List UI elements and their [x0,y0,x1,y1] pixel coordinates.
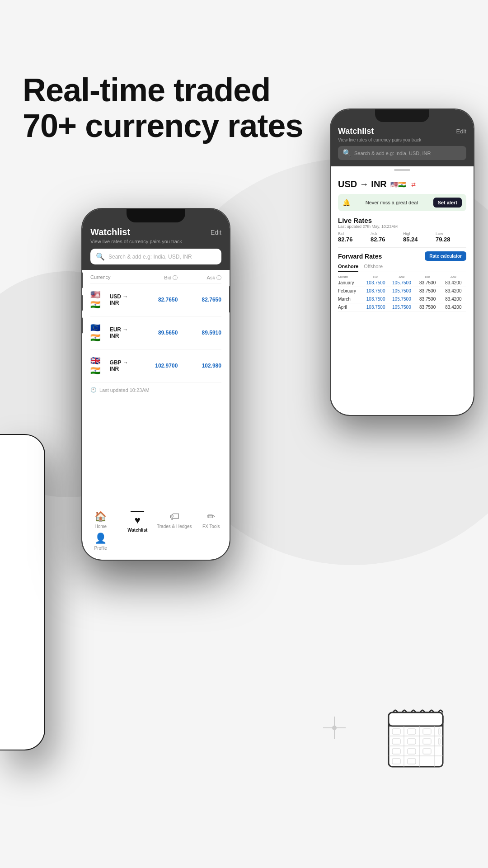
dot-decoration [321,714,348,741]
forward-rates-header: Forward Rates Rate calculator [338,251,466,261]
last-updated: 🕙 Last updated 10:23AM [90,382,221,397]
rates-grid: Bid 82.76 Ask 82.76 High 85.24 Low 79.28 [338,231,466,243]
nav-fxtools[interactable]: ✏ FX Tools [193,511,230,533]
phone-front-notch [127,209,185,222]
high-value: 85.24 [403,236,434,243]
currency-column-header: Currency [90,274,134,281]
pair-header: USD → INR 🇺🇸🇮🇳 ⇄ [338,179,466,189]
hero-section: Real-time traded 70+ currency rates [23,72,303,144]
nr-ask-header: Ask [441,275,466,279]
forward-table-body: January 103.7500 105.7500 83.7500 83.420… [338,279,466,311]
ask-label: Ask [371,231,401,236]
search-placeholder: Search & add e.g: India, USD, INR [108,254,192,260]
watchlist-subtitle: View live rates of currency pairs you tr… [90,239,221,244]
ask-value: 82.76 [371,236,401,243]
last-updated-text: Last updated 10:23AM [99,387,150,393]
watchlist-edit-button[interactable]: Edit [211,229,221,236]
nav-fxtools-label: FX Tools [202,524,220,529]
live-rates-updated: Last updated 27th May, 10:23AM [338,224,466,229]
set-alert-button[interactable]: Set alert [433,198,462,208]
side-buttons [81,272,83,334]
nav-watchlist[interactable]: ♥ Watchlist [119,511,156,533]
nav-profile-label: Profile [94,546,107,551]
hero-title-line1: Real-time traded [23,72,270,108]
phone-back-subtitle: View live rates of currency pairs you tr… [338,137,466,142]
nav-watchlist-label: Watchlist [127,528,147,533]
phone-back-search[interactable]: 🔍 Search & add e.g: India, USD, INR [338,146,466,160]
home-icon: 🏠 [94,511,107,523]
phone-partial-screen [0,435,44,750]
hero-title: Real-time traded 70+ currency rates [23,72,303,144]
nav-trades-label: Trades & Hedges [157,524,192,529]
search-placeholder: Search & add e.g: India, USD, INR [354,151,431,156]
alert-text: Never miss a great deal [366,200,418,205]
ask-column-header: Ask ⓘ [178,274,221,281]
nav-home-label: Home [94,524,107,529]
phone-front-screen: Watchlist Edit View live rates of curren… [82,209,230,560]
clock-icon: 🕙 [90,387,97,393]
phone-back-screen: Watchlist Edit View live rates of curren… [331,109,474,415]
table-row[interactable]: 🇬🇧🇮🇳 GBP → INR 102.9700 102.980 [90,349,221,382]
low-value: 79.28 [436,236,466,243]
high-label: High [403,231,434,236]
bid-label: Bid [338,231,369,236]
exchange-icon: ⇄ [411,181,416,188]
alert-banner: 🔔 Never miss a great deal Set alert [338,194,466,211]
trades-icon: 🏷 [169,511,179,523]
forward-table-row: April 103.7500 105.7500 83.7500 83.4200 [338,303,466,311]
forward-table-headers: Month Bid Ask Bid Ask [338,275,466,279]
search-icon: 🔍 [96,252,105,261]
search-icon: 🔍 [343,149,352,157]
phone-front: Watchlist Edit View live rates of curren… [81,208,230,561]
tab-onshore[interactable]: Onshore [338,264,358,272]
phone-back-content: USD → INR 🇺🇸🇮🇳 ⇄ 🔔 Never miss a great de… [331,174,474,317]
phone-back-edit[interactable]: Edit [456,128,466,135]
rate-calculator-button[interactable]: Rate calculator [425,251,466,261]
bell-icon: 🔔 [343,199,350,206]
fxtools-icon: ✏ [207,511,215,523]
phone-back: Watchlist Edit View live rates of curren… [330,108,474,416]
table-row[interactable]: 🇺🇸🇮🇳 USD → INR 82.7650 82.7650 [90,283,221,316]
nr-bid-header: Bid [415,275,441,279]
pair-flag-icon: 🇺🇸🇮🇳 [390,181,406,188]
table-header: Currency Bid ⓘ Ask ⓘ [90,270,221,283]
watchlist-icon: ♥ [135,514,141,526]
forward-table-row: March 103.7500 105.7500 83.7500 83.4200 [338,295,466,303]
bid-column-header: Bid ⓘ [134,274,178,281]
month-header: Month [338,275,348,279]
low-label: Low [436,231,466,236]
forward-tabs: Onshore Offshore [338,264,466,272]
nav-profile[interactable]: 👤 Profile [82,533,119,551]
bid-value: 82.76 [338,236,369,243]
tab-offshore[interactable]: Offshore [364,264,383,272]
phone-back-title: Watchlist [338,127,374,136]
watchlist-content: Currency Bid ⓘ Ask ⓘ 🇺🇸🇮🇳 USD → INR 82.7… [82,270,230,507]
phone-partial [0,434,45,750]
right-side-button [229,286,230,313]
nav-home[interactable]: 🏠 Home [82,511,119,533]
watchlist-table-body: 🇺🇸🇮🇳 USD → INR 82.7650 82.7650 🇪🇺🇮🇳 EUR … [90,283,221,382]
forward-table-row: January 103.7500 105.7500 83.7500 83.420… [338,279,466,287]
bottom-nav: 🏠 Home ♥ Watchlist 🏷 Trades & Hedges ✏ F… [82,507,230,560]
phone-back-notch [375,109,429,122]
active-indicator [131,511,144,512]
nav-trades[interactable]: 🏷 Trades & Hedges [156,511,193,533]
forward-table-row: February 103.7500 105.7500 83.7500 83.42… [338,287,466,295]
watchlist-title: Watchlist [90,227,130,237]
svg-rect-1 [389,712,443,726]
fp-ask-header: Ask [389,275,414,279]
live-rates-section: Live Rates Last updated 27th May, 10:23A… [338,217,466,243]
profile-icon: 👤 [94,533,107,544]
forward-rates-section: Forward Rates Rate calculator Onshore Of… [338,247,466,311]
forward-rates-title: Forward Rates [338,253,382,260]
table-row[interactable]: 🇪🇺🇮🇳 EUR → INR 89.5650 89.5910 [90,316,221,349]
pair-title: USD → INR [338,179,387,189]
live-rates-title: Live Rates [338,217,466,224]
fp-bid-header: Bid [363,275,389,279]
watchlist-search[interactable]: 🔍 Search & add e.g: India, USD, INR [90,249,221,264]
hero-title-line2: 70+ currency rates [23,108,303,144]
calendar-decoration [380,703,452,778]
pull-handle [331,166,474,174]
